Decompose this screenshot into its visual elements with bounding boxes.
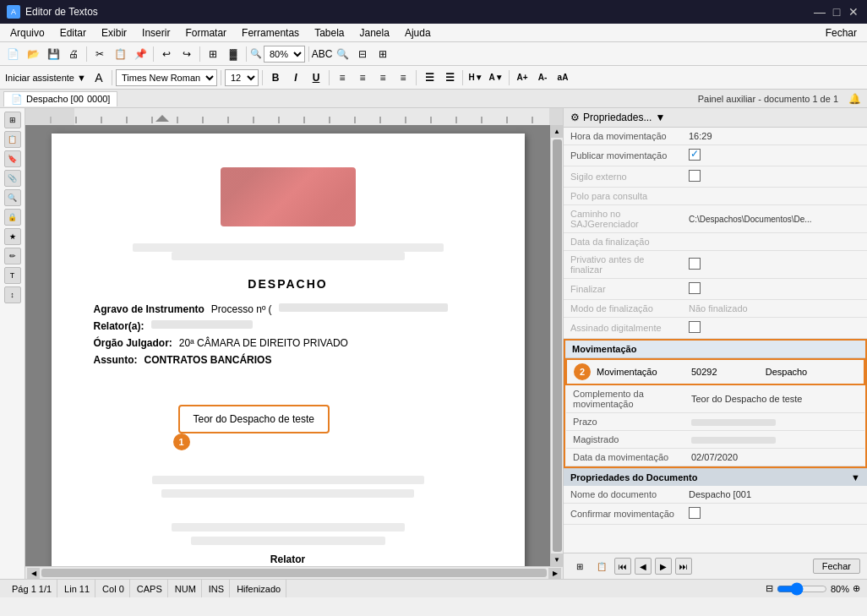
minimize-button[interactable]: — (813, 5, 826, 19)
doc-props-title: Propriedades do Documento (570, 472, 697, 482)
doc-area: DESPACHO Agravo de Instrumento Processo … (25, 108, 563, 579)
fsep1 (112, 70, 112, 85)
sidebar-icon-10[interactable]: ↕ (4, 286, 21, 303)
bell-button[interactable]: 🔔 (845, 90, 864, 108)
find-button[interactable]: 🔍 (333, 45, 352, 63)
sidebar-icon-4[interactable]: 📎 (4, 170, 21, 187)
panel-content: Hora da movimentação 16:29 Publicar movi… (564, 128, 867, 553)
list-button[interactable]: ☰ (420, 68, 439, 87)
spell-button[interactable]: ABC (313, 45, 331, 63)
menu-editar[interactable]: Editar (53, 25, 93, 41)
privativo-checkbox[interactable] (689, 258, 701, 270)
prop-publicar-row: Publicar movimentação (564, 145, 867, 166)
sidebar-icon-1[interactable]: ⊞ (4, 112, 21, 128)
panel-icon-2[interactable]: 📋 (592, 557, 611, 575)
menu-fechar-button[interactable]: Fechar (819, 25, 864, 41)
table-button[interactable]: ⊞ (204, 45, 222, 63)
assinado-checkbox[interactable] (689, 321, 701, 333)
highlight-color-button[interactable]: H▼ (466, 68, 485, 87)
caps-button[interactable]: aA (553, 68, 572, 87)
list2-button[interactable]: ☰ (440, 68, 459, 87)
new-button[interactable]: 📄 (3, 45, 22, 63)
prop-sigilo-value[interactable] (682, 166, 867, 188)
undo-button[interactable]: ↩ (157, 45, 176, 63)
sidebar-icon-6[interactable]: 🔒 (4, 209, 21, 226)
save-button[interactable]: 💾 (44, 45, 63, 63)
scroll-left-button[interactable]: ◀ (27, 568, 40, 579)
blurred-line-2 (161, 489, 414, 498)
prop-privativo-value[interactable] (682, 251, 867, 279)
font-select[interactable]: Times New Roman (116, 69, 217, 86)
menu-ajuda[interactable]: Ajuda (398, 25, 438, 41)
col-button[interactable]: ⊟ (353, 45, 372, 63)
prop-finalizar-row: Finalizar (564, 279, 867, 300)
confirmar-value[interactable] (682, 504, 867, 525)
panel-first-button[interactable]: ⏮ (614, 558, 631, 575)
sidebar-icon-2[interactable]: 📋 (4, 131, 21, 148)
sidebar-icon-5[interactable]: 🔍 (4, 189, 21, 206)
col2-button[interactable]: ⊞ (374, 45, 392, 63)
panel-prev-button[interactable]: ◀ (635, 558, 652, 575)
panel-fechar-button[interactable]: Fechar (813, 559, 860, 574)
horizontal-scrollbar[interactable]: ◀ ▶ (25, 566, 563, 579)
prop-finalizar-value[interactable] (682, 279, 867, 300)
align-right-button[interactable]: ≡ (374, 68, 392, 87)
finalizar-checkbox[interactable] (689, 282, 701, 294)
panel-last-button[interactable]: ⏭ (675, 558, 692, 575)
size-select[interactable]: 12 (225, 69, 259, 86)
align-center-button[interactable]: ≡ (353, 68, 372, 87)
menu-janela[interactable]: Janela (353, 25, 396, 41)
fontsize-inc-button[interactable]: A+ (513, 68, 532, 87)
highlight-button[interactable]: ▓ (224, 45, 243, 63)
sidebar-icon-3[interactable]: 🔖 (4, 150, 21, 167)
align-left-button[interactable]: ≡ (333, 68, 352, 87)
menu-arquivo[interactable]: Arquivo (3, 25, 52, 41)
menu-inserir[interactable]: Inserir (135, 25, 177, 41)
print-button[interactable]: 🖨 (64, 45, 83, 63)
doc-tab[interactable]: 📄 Despacho [00 0000] (3, 91, 117, 106)
panel-icon-1[interactable]: ⊞ (570, 557, 589, 575)
magistrado-label: Magistrado (566, 431, 684, 449)
sidebar-icon-9[interactable]: T (4, 267, 21, 284)
confirmar-checkbox[interactable] (689, 507, 701, 519)
sidebar-icon-7[interactable]: ★ (4, 228, 21, 245)
paste-button[interactable]: 📌 (131, 45, 150, 63)
close-button[interactable]: ✕ (847, 5, 860, 19)
prop-assinado-value[interactable] (682, 318, 867, 339)
font-icon-button[interactable]: A (90, 68, 108, 87)
zoom-select[interactable]: 80% (264, 46, 305, 63)
sidebar-icon-8[interactable]: ✏ (4, 248, 21, 264)
scroll-right-button[interactable]: ▶ (548, 568, 561, 579)
hscroll-thumb (41, 569, 547, 577)
publicar-checkbox[interactable] (689, 149, 701, 161)
open-button[interactable]: 📂 (24, 45, 42, 63)
prop-hora-value: 16:29 (682, 128, 867, 145)
menu-exibir[interactable]: Exibir (95, 25, 134, 41)
prop-privativo-row: Privativo antes de finalizar (564, 251, 867, 279)
font-color-button[interactable]: A▼ (487, 68, 505, 87)
orgao-field: Órgão Julgador: 20ª CÂMARA DE DIREITO PR… (94, 337, 483, 349)
blurred-bottom-1 (172, 523, 405, 532)
italic-button[interactable]: I (286, 68, 305, 87)
prop-publicar-value[interactable] (682, 145, 867, 166)
doc-scroll[interactable]: DESPACHO Agravo de Instrumento Processo … (25, 125, 550, 566)
panel-next-button[interactable]: ▶ (655, 558, 672, 575)
maximize-button[interactable]: □ (830, 5, 843, 19)
bold-button[interactable]: B (266, 68, 285, 87)
fontsize-dec-button[interactable]: A- (533, 68, 552, 87)
align-justify-button[interactable]: ≡ (394, 68, 412, 87)
scroll-down-button[interactable]: ▼ (551, 553, 564, 566)
redo-button[interactable]: ↪ (177, 45, 196, 63)
sigilo-checkbox[interactable] (689, 170, 701, 182)
copy-button[interactable]: 📋 (111, 45, 129, 63)
scroll-up-button[interactable]: ▲ (551, 125, 564, 138)
ruler-svg (25, 108, 563, 125)
menu-tabela[interactable]: Tabela (308, 25, 351, 41)
menu-formatar[interactable]: Formatar (178, 25, 233, 41)
style-select-button[interactable]: Iniciar assistente ▼ (3, 68, 88, 87)
menu-ferramentas[interactable]: Ferramentas (235, 25, 306, 41)
zoom-slider[interactable] (777, 582, 827, 596)
vertical-scrollbar[interactable]: ▲ ▼ (550, 125, 563, 566)
cut-button[interactable]: ✂ (90, 45, 109, 63)
underline-button[interactable]: U (307, 68, 325, 87)
